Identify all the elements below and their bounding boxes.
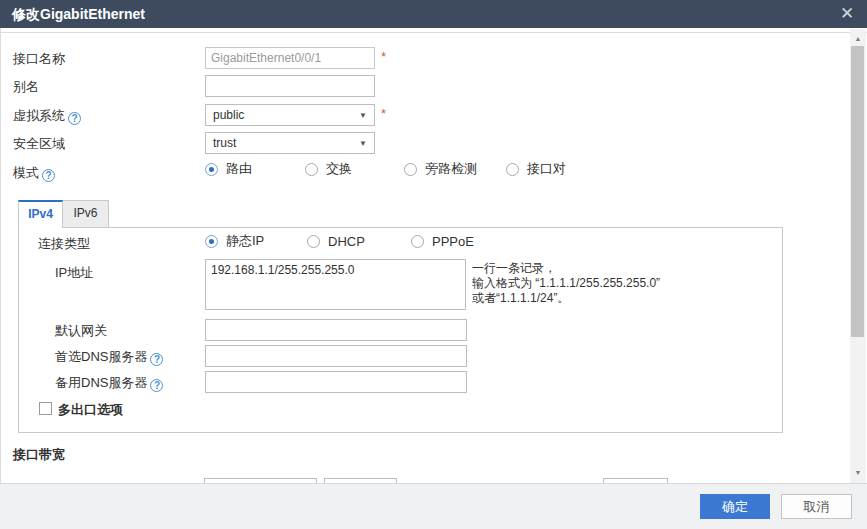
primary-dns-label-text: 首选DNS服务器 bbox=[55, 349, 147, 364]
security-zone-label: 安全区域 bbox=[13, 135, 65, 153]
radio-label: 交换 bbox=[326, 160, 352, 178]
required-marker: * bbox=[381, 106, 386, 121]
conn-radio-pppoe[interactable]: PPPoE bbox=[411, 233, 474, 249]
mode-radio-interface-pair[interactable]: 接口对 bbox=[506, 161, 566, 177]
primary-dns-input[interactable] bbox=[205, 345, 467, 367]
alias-label: 别名 bbox=[13, 78, 39, 96]
ip-address-textarea[interactable]: 192.168.1.1/255.255.255.0 bbox=[205, 259, 466, 310]
help-icon[interactable]: ? bbox=[150, 353, 163, 366]
radio-icon bbox=[506, 163, 519, 176]
connection-type-label: 连接类型 bbox=[38, 235, 90, 253]
virtual-system-value: public bbox=[213, 108, 244, 122]
mode-radio-switch[interactable]: 交换 bbox=[305, 161, 352, 177]
radio-label: 静态IP bbox=[226, 232, 264, 250]
scrollbar-thumb[interactable] bbox=[851, 46, 864, 337]
hint-line: 输入格式为 “1.1.1.1/255.255.255.0” bbox=[472, 276, 660, 291]
dialog-title: 修改GigabitEthernet bbox=[12, 6, 145, 24]
security-zone-value: trust bbox=[213, 136, 236, 150]
modify-interface-dialog: 修改GigabitEthernet ✕ 接口名称 * 别名 虚拟系统? publ… bbox=[0, 0, 867, 529]
radio-icon bbox=[305, 163, 318, 176]
radio-icon bbox=[307, 235, 320, 248]
virtual-system-label-text: 虚拟系统 bbox=[13, 108, 65, 123]
virtual-system-select[interactable]: public ▼ bbox=[205, 104, 375, 126]
radio-icon bbox=[205, 235, 218, 248]
cancel-button[interactable]: 取消 bbox=[781, 494, 852, 519]
radio-label: DHCP bbox=[328, 234, 365, 249]
tab-ipv6[interactable]: IPv6 bbox=[62, 200, 109, 228]
help-icon[interactable]: ? bbox=[68, 112, 81, 125]
mode-radio-route[interactable]: 路由 bbox=[205, 161, 252, 177]
radio-label: 旁路检测 bbox=[425, 160, 477, 178]
alias-input[interactable] bbox=[205, 75, 375, 97]
vertical-scrollbar[interactable]: ▲ ▼ bbox=[850, 29, 866, 483]
ip-address-label: IP地址 bbox=[55, 264, 93, 282]
radio-icon bbox=[205, 163, 218, 176]
ok-button[interactable]: 确定 bbox=[700, 494, 770, 519]
required-marker: * bbox=[381, 49, 386, 64]
mode-radio-bypass[interactable]: 旁路检测 bbox=[404, 161, 477, 177]
chevron-down-icon: ▼ bbox=[359, 111, 367, 120]
radio-label: 接口对 bbox=[527, 160, 566, 178]
mode-label: 模式? bbox=[13, 164, 55, 182]
secondary-dns-input[interactable] bbox=[205, 371, 467, 393]
bandwidth-section-title: 接口带宽 bbox=[13, 446, 65, 464]
scroll-down-icon[interactable]: ▼ bbox=[850, 467, 866, 479]
conn-radio-dhcp[interactable]: DHCP bbox=[307, 233, 365, 249]
secondary-dns-label-text: 备用DNS服务器 bbox=[55, 375, 147, 390]
help-icon[interactable]: ? bbox=[42, 169, 55, 182]
conn-radio-static-ip[interactable]: 静态IP bbox=[205, 233, 264, 249]
primary-dns-label: 首选DNS服务器? bbox=[55, 348, 163, 366]
mode-label-text: 模式 bbox=[13, 165, 39, 180]
default-gateway-label: 默认网关 bbox=[55, 322, 107, 340]
chevron-down-icon: ▼ bbox=[359, 139, 367, 148]
radio-label: 路由 bbox=[226, 160, 252, 178]
close-icon[interactable]: ✕ bbox=[836, 3, 858, 25]
radio-icon bbox=[404, 163, 417, 176]
secondary-dns-label: 备用DNS服务器? bbox=[55, 374, 163, 392]
dialog-left-border bbox=[0, 28, 1, 529]
radio-icon bbox=[411, 235, 424, 248]
multi-exit-label: 多出口选项 bbox=[58, 401, 123, 419]
dialog-titlebar: 修改GigabitEthernet ✕ bbox=[0, 0, 867, 28]
interface-name-input bbox=[205, 47, 375, 69]
interface-name-label: 接口名称 bbox=[13, 50, 65, 68]
radio-label: PPPoE bbox=[432, 234, 474, 249]
security-zone-select[interactable]: trust ▼ bbox=[205, 132, 375, 154]
scroll-up-icon[interactable]: ▲ bbox=[850, 33, 866, 45]
hint-line: 一行一条记录， bbox=[472, 261, 660, 276]
hint-line: 或者“1.1.1.1/24”。 bbox=[472, 291, 660, 306]
divider bbox=[0, 32, 867, 33]
help-icon[interactable]: ? bbox=[150, 379, 163, 392]
ip-format-hint: 一行一条记录， 输入格式为 “1.1.1.1/255.255.255.0” 或者… bbox=[472, 261, 660, 306]
default-gateway-input[interactable] bbox=[205, 319, 467, 341]
multi-exit-checkbox[interactable] bbox=[39, 402, 52, 415]
tab-ipv4[interactable]: IPv4 bbox=[18, 200, 63, 228]
virtual-system-label: 虚拟系统? bbox=[13, 107, 81, 125]
